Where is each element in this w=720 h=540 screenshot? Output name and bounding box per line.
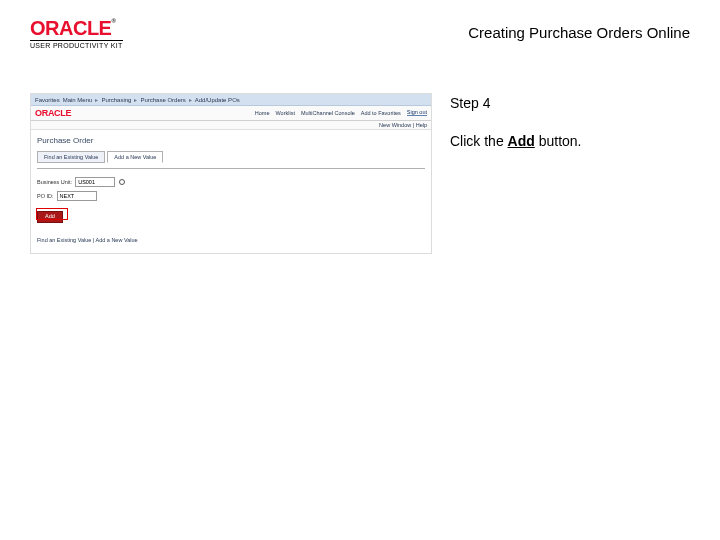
step-label: Step 4 — [450, 95, 690, 111]
search-icon[interactable] — [118, 178, 126, 186]
form-footer-links[interactable]: Find an Existing Value | Add a New Value — [37, 237, 425, 243]
nav-links: Home Worklist MultiChannel Console Add t… — [255, 110, 427, 117]
chevron-right-icon: ▸ — [134, 96, 137, 103]
nav-multichannel[interactable]: MultiChannel Console — [301, 110, 355, 117]
oracle-brand-mini: ORACLE — [35, 108, 71, 118]
sub-nav-bar[interactable]: New Window | Help — [31, 121, 431, 130]
business-unit-row: Business Unit: — [37, 177, 425, 187]
instruction-bold: Add — [508, 133, 535, 149]
nav-signout[interactable]: Sign out — [407, 110, 427, 117]
breadcrumb-item[interactable]: Add/Update POs — [195, 97, 240, 103]
breadcrumb-item[interactable]: Favorites — [35, 97, 60, 103]
oracle-logo-text: ORACLE® — [30, 18, 123, 38]
page-title: Creating Purchase Orders Online — [468, 18, 690, 41]
nav-worklist[interactable]: Worklist — [275, 110, 294, 117]
oracle-upk-logo: ORACLE® USER PRODUCTIVITY KIT — [30, 18, 123, 49]
breadcrumb-item[interactable]: Purchasing — [101, 97, 131, 103]
tab-add-new[interactable]: Add a New Value — [107, 151, 163, 163]
tab-underline — [37, 168, 425, 169]
add-button[interactable]: Add — [37, 211, 63, 223]
chevron-right-icon: ▸ — [95, 96, 98, 103]
chevron-right-icon: ▸ — [189, 96, 192, 103]
business-unit-input[interactable] — [75, 177, 115, 187]
form-title: Purchase Order — [37, 136, 425, 145]
po-id-input[interactable] — [57, 191, 97, 201]
breadcrumb: Favorites Main Menu ▸ Purchasing ▸ Purch… — [31, 94, 431, 106]
upk-subtitle: USER PRODUCTIVITY KIT — [30, 40, 123, 49]
po-id-label: PO ID: — [37, 193, 54, 199]
form-area: Purchase Order Find an Existing Value Ad… — [31, 130, 431, 253]
po-id-row: PO ID: — [37, 191, 425, 201]
breadcrumb-item[interactable]: Main Menu — [63, 97, 93, 103]
nav-home[interactable]: Home — [255, 110, 270, 117]
instruction-text: Click the Add button. — [450, 133, 690, 149]
nav-add-favorites[interactable]: Add to Favorites — [361, 110, 401, 117]
tab-find-existing[interactable]: Find an Existing Value — [37, 151, 105, 163]
tab-row: Find an Existing Value Add a New Value — [37, 151, 425, 163]
application-screenshot: Favorites Main Menu ▸ Purchasing ▸ Purch… — [30, 93, 432, 254]
top-nav-bar: ORACLE Home Worklist MultiChannel Consol… — [31, 106, 431, 121]
breadcrumb-item[interactable]: Purchase Orders — [140, 97, 185, 103]
page-header: ORACLE® USER PRODUCTIVITY KIT Creating P… — [0, 0, 720, 57]
business-unit-label: Business Unit: — [37, 179, 72, 185]
instruction-panel: Step 4 Click the Add button. — [450, 93, 690, 254]
